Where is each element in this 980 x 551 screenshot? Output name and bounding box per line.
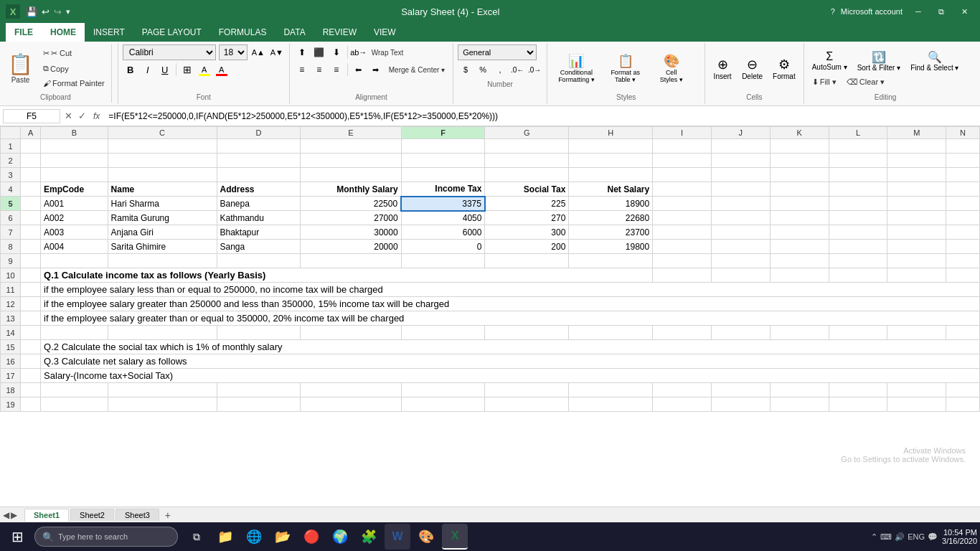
redo-icon[interactable]: ↪: [54, 6, 62, 17]
tab-review[interactable]: REVIEW: [314, 23, 365, 42]
cell-d8[interactable]: Sanga: [217, 240, 301, 254]
save-icon[interactable]: 💾: [26, 6, 37, 17]
cell-m10[interactable]: [887, 268, 946, 283]
increase-font-button[interactable]: A▲: [250, 44, 266, 60]
cell-j3[interactable]: [711, 168, 770, 182]
cell-b3[interactable]: [41, 168, 108, 182]
close-button[interactable]: ✕: [954, 4, 974, 19]
cell-n7[interactable]: [946, 225, 980, 240]
cut-button[interactable]: ✂ ✂ Cut: [39, 47, 108, 60]
col-header-h[interactable]: H: [569, 127, 653, 139]
cell-l14[interactable]: [829, 326, 887, 340]
cell-i18[interactable]: [653, 383, 712, 397]
undo-icon[interactable]: ↩: [42, 6, 50, 17]
cell-i7[interactable]: [653, 225, 712, 240]
cell-a19[interactable]: [21, 397, 41, 412]
cell-h8[interactable]: 19800: [569, 240, 653, 254]
cell-b17[interactable]: Salary-(Income tax+Social Tax): [41, 369, 980, 383]
cell-m5[interactable]: [887, 197, 946, 211]
cell-e7[interactable]: 30000: [301, 225, 401, 240]
cell-f1[interactable]: [401, 139, 485, 154]
cell-d5[interactable]: Banepa: [217, 197, 301, 211]
speaker-icon[interactable]: 🔊: [895, 532, 905, 542]
cell-e4[interactable]: Monthly Salary: [301, 182, 401, 197]
sheet-tab-3[interactable]: Sheet3: [116, 509, 159, 521]
cell-k7[interactable]: [770, 225, 829, 240]
cell-a18[interactable]: [21, 383, 41, 397]
cell-f18[interactable]: [401, 383, 485, 397]
cell-f2[interactable]: [401, 154, 485, 168]
app-5[interactable]: 🔴: [298, 524, 324, 550]
cell-b15[interactable]: Q.2 Calculate the social tax which is 1%…: [41, 340, 980, 354]
align-center-button[interactable]: ≡: [311, 62, 327, 77]
app-9[interactable]: 🎨: [413, 524, 439, 550]
account-label[interactable]: Microsoft account: [841, 7, 903, 16]
row-header-8[interactable]: 8: [1, 240, 21, 254]
sheet-tab-2[interactable]: Sheet2: [70, 509, 114, 521]
col-header-k[interactable]: K: [770, 127, 829, 139]
cell-i5[interactable]: [653, 197, 712, 211]
merge-center-button[interactable]: Merge & Center ▾: [385, 64, 448, 76]
format-as-table-button[interactable]: 📋 Format asTable ▾: [604, 51, 647, 85]
cell-e5[interactable]: 22500: [301, 197, 401, 211]
cell-a4[interactable]: [21, 182, 41, 197]
cell-h1[interactable]: [569, 139, 653, 154]
cell-m14[interactable]: [887, 326, 946, 340]
cell-h9[interactable]: [569, 254, 653, 268]
cell-f8[interactable]: 0: [401, 240, 485, 254]
cell-h7[interactable]: 23700: [569, 225, 653, 240]
bold-button[interactable]: B: [123, 62, 138, 77]
cell-j7[interactable]: [711, 225, 770, 240]
cell-c6[interactable]: Ramita Gurung: [108, 211, 217, 225]
cell-l19[interactable]: [829, 397, 887, 412]
cell-e14[interactable]: [301, 326, 401, 340]
align-left-button[interactable]: ≡: [294, 62, 310, 77]
cell-l4[interactable]: [829, 182, 887, 197]
number-format-select[interactable]: General: [458, 44, 537, 60]
cell-b14[interactable]: [41, 326, 108, 340]
cell-f3[interactable]: [401, 168, 485, 182]
cell-b13[interactable]: if the employee salary greater than or e…: [41, 311, 980, 326]
align-middle-button[interactable]: ⬛: [311, 44, 327, 60]
select-all-button[interactable]: [1, 127, 21, 139]
cell-d7[interactable]: Bhaktapur: [217, 225, 301, 240]
cell-a14[interactable]: [21, 326, 41, 340]
cell-j5[interactable]: [711, 197, 770, 211]
excel-taskbar-app[interactable]: X: [442, 524, 468, 550]
cell-g9[interactable]: [485, 254, 569, 268]
cell-d18[interactable]: [217, 383, 301, 397]
conditional-formatting-button[interactable]: 📊 ConditionalFormatting ▾: [552, 51, 601, 85]
cell-a13[interactable]: [21, 311, 41, 326]
wrap-text-button[interactable]: Wrap Text: [368, 47, 407, 59]
cell-c5[interactable]: Hari Sharma: [108, 197, 217, 211]
cell-b16[interactable]: Q.3 Calculate net salary as follows: [41, 354, 980, 369]
cell-n14[interactable]: [946, 326, 980, 340]
cell-f9[interactable]: [401, 254, 485, 268]
cell-e1[interactable]: [301, 139, 401, 154]
cell-l3[interactable]: [829, 168, 887, 182]
row-header-5[interactable]: 5: [1, 197, 21, 211]
cell-m1[interactable]: [887, 139, 946, 154]
autosum-button[interactable]: Σ AutoSum ▾: [809, 48, 851, 74]
cell-i6[interactable]: [653, 211, 712, 225]
align-right-button[interactable]: ≡: [329, 62, 344, 77]
cell-l1[interactable]: [829, 139, 887, 154]
cell-c14[interactable]: [108, 326, 217, 340]
cell-n9[interactable]: [946, 254, 980, 268]
cell-l18[interactable]: [829, 383, 887, 397]
cell-a9[interactable]: [21, 254, 41, 268]
cell-d6[interactable]: Kathmandu: [217, 211, 301, 225]
cell-b19[interactable]: [41, 397, 108, 412]
cell-l7[interactable]: [829, 225, 887, 240]
add-sheet-button[interactable]: +: [161, 509, 175, 522]
cell-m4[interactable]: [887, 182, 946, 197]
language-label[interactable]: ENG: [908, 532, 925, 541]
cell-h19[interactable]: [569, 397, 653, 412]
decrease-font-button[interactable]: A▼: [269, 44, 285, 60]
row-header-18[interactable]: 18: [1, 383, 21, 397]
cell-i10[interactable]: [653, 268, 712, 283]
cell-c3[interactable]: [108, 168, 217, 182]
cell-n8[interactable]: [946, 240, 980, 254]
fx-icon[interactable]: fx: [90, 111, 103, 121]
cell-m8[interactable]: [887, 240, 946, 254]
